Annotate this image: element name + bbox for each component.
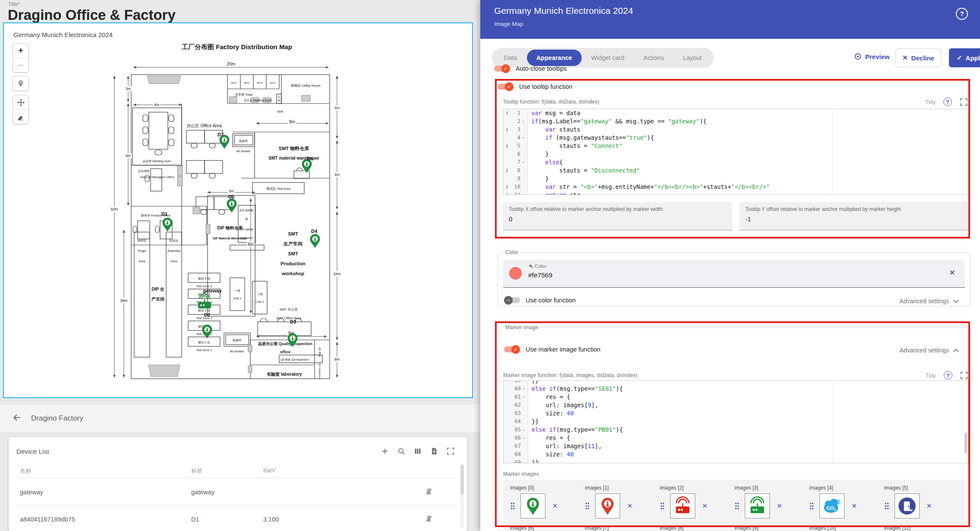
map-label: Line 2	[255, 300, 264, 303]
remove-image-icon[interactable]: ✕	[627, 502, 633, 510]
drag-handle-icon[interactable]	[809, 502, 814, 510]
zoom-in-button[interactable]: +	[13, 44, 28, 58]
move-icon[interactable]	[13, 95, 28, 110]
drag-handle-icon[interactable]	[734, 502, 740, 510]
preview-button[interactable]: Preview	[854, 53, 890, 60]
device-list-widget: Device List 名称 标签 BatV gatewaygatewaya84…	[9, 437, 467, 531]
map-label: WC2	[244, 82, 250, 84]
apply-button[interactable]: ✓ Apply	[949, 48, 980, 67]
use-tooltip-function-row: ✓ Use tooltip function	[498, 82, 572, 91]
fullscreen-icon[interactable]	[960, 371, 968, 380]
auto-close-tooltips-row: ✓ Auto-close tooltips	[494, 64, 567, 73]
drag-handle-icon[interactable]	[585, 502, 590, 510]
map-label: 槽	[278, 99, 280, 102]
dashboard-edit-area: Title* Dragino Office & Factory Germany …	[0, 0, 480, 531]
map-label: Production	[280, 261, 306, 266]
red-pin-marker-tile[interactable]	[595, 493, 620, 518]
remove-image-icon[interactable]: ✕	[777, 502, 782, 510]
map-marker-D4[interactable]: D4	[310, 229, 320, 248]
marker-function-editor[interactable]: 59}}60▾else if(msg.type=="SE01"){61▾ res…	[503, 380, 968, 463]
delete-icon[interactable]	[425, 487, 433, 496]
chevron-up-icon	[953, 349, 959, 352]
map-label: Test Zone 1	[196, 349, 212, 352]
help-icon[interactable]: ?	[944, 371, 952, 380]
scrollbar-thumb[interactable]	[460, 465, 464, 495]
code-line: 68 size: 40	[504, 450, 968, 459]
map-label: 洗手间 Toilet	[235, 93, 253, 97]
drag-handle-icon[interactable]	[660, 502, 665, 510]
columns-icon[interactable]	[414, 447, 422, 455]
remove-image-icon[interactable]: ✕	[552, 502, 558, 510]
tidy-button[interactable]: Tidy	[926, 372, 936, 379]
marker-image-label: images [1]	[585, 485, 659, 491]
code-line: i8 stauts = "Disconnected"	[503, 167, 967, 175]
zoom-out-button[interactable]: −	[13, 58, 28, 72]
marker-label-D5: D5	[228, 194, 234, 199]
device-label: D1	[191, 516, 199, 523]
marker-advanced-settings[interactable]: Advanced settings	[900, 347, 959, 354]
map-label: General Manager's Office	[140, 176, 174, 179]
color-advanced-settings[interactable]: Advanced settings	[900, 298, 959, 305]
device-name: gateway	[20, 489, 43, 496]
marker-label-D1: D1	[161, 211, 167, 217]
drag-handle-icon[interactable]	[884, 502, 889, 510]
code-line: 62 url: images[9],	[504, 401, 968, 409]
code-line: 69}}	[504, 459, 968, 463]
add-entity-button[interactable]	[381, 447, 389, 455]
marker-image-label: images [11]	[884, 525, 959, 531]
fullscreen-icon[interactable]	[447, 447, 454, 455]
color-swatch[interactable]	[509, 267, 522, 280]
delete-icon[interactable]	[425, 515, 433, 524]
green-gateway-tile[interactable]	[745, 493, 770, 518]
tidy-button[interactable]: Tidy	[925, 99, 936, 105]
tab-widget-card[interactable]: Widget card	[582, 50, 634, 66]
use-marker-image-toggle[interactable]: ✓	[504, 345, 520, 354]
marker-image-label: images [0]	[510, 485, 585, 491]
map-label: WC4	[270, 82, 276, 84]
map-marker-D7[interactable]: D7	[217, 132, 229, 148]
marker-label-D2: D2	[204, 312, 210, 317]
help-icon[interactable]: ?	[943, 97, 952, 106]
co2-sensor-tile[interactable]: CO2	[819, 493, 845, 518]
door-sensor-tile[interactable]	[895, 493, 920, 518]
tab-actions[interactable]: Actions	[634, 50, 674, 66]
marker-image-legend: Marker image	[503, 324, 540, 330]
clear-color-icon[interactable]: ✕	[949, 268, 955, 277]
fullscreen-icon[interactable]	[960, 98, 968, 106]
tab-data[interactable]: Data	[495, 50, 527, 66]
red-gateway-tile[interactable]	[670, 493, 695, 518]
location-pin-icon[interactable]	[13, 76, 28, 91]
marker-label-gateway: gateway	[203, 288, 222, 293]
editor-scrollbar-thumb[interactable]	[964, 433, 967, 453]
tooltip-y-offset-field[interactable]: Tooltip Y offset relative to marker anch…	[739, 202, 968, 230]
map-label: 洗手台 Washing Basin	[244, 99, 272, 102]
color-input[interactable]: Color #fe7569 ✕	[503, 260, 965, 288]
marker-label-D6: D6	[307, 156, 313, 161]
green-pin-marker-tile[interactable]	[520, 493, 545, 518]
use-tooltip-toggle[interactable]: ✓	[498, 82, 514, 91]
marker-image-label: images [4]	[809, 485, 884, 491]
use-color-function-toggle[interactable]: −	[504, 296, 520, 305]
tab-appearance[interactable]: Appearance	[527, 50, 582, 66]
remove-image-icon[interactable]: ✕	[926, 502, 932, 510]
map-label: 8m	[334, 357, 340, 361]
state-label[interactable]: Dragino Factory	[31, 414, 83, 423]
tab-layout[interactable]: Layout	[674, 50, 712, 66]
eraser-icon[interactable]	[13, 110, 28, 124]
tooltip-x-offset-field[interactable]: Tooltip X offset relative to marker anch…	[503, 202, 732, 230]
map-label: Area	[139, 260, 145, 263]
map-marker-D1[interactable]: D1	[161, 211, 172, 231]
remove-image-icon[interactable]: ✕	[702, 502, 708, 510]
auto-close-toggle[interactable]: ✓	[494, 64, 510, 73]
tooltip-function-editor[interactable]: i1var msg = data2▾if(msg.Label=="gateway…	[503, 109, 968, 195]
help-icon[interactable]: ?	[956, 8, 968, 20]
decline-button[interactable]: ✕ Decline	[895, 48, 941, 67]
marker-image-cell-6: images [6]✕	[510, 525, 585, 531]
drag-handle-icon[interactable]	[510, 502, 515, 510]
back-arrow-icon[interactable]	[12, 413, 22, 424]
search-icon[interactable]	[397, 447, 405, 455]
export-file-icon[interactable]	[430, 447, 438, 455]
map-label: SMT 物料仓库	[279, 146, 309, 151]
auto-close-label: Auto-close tooltips	[516, 65, 567, 72]
remove-image-icon[interactable]: ✕	[851, 502, 857, 510]
